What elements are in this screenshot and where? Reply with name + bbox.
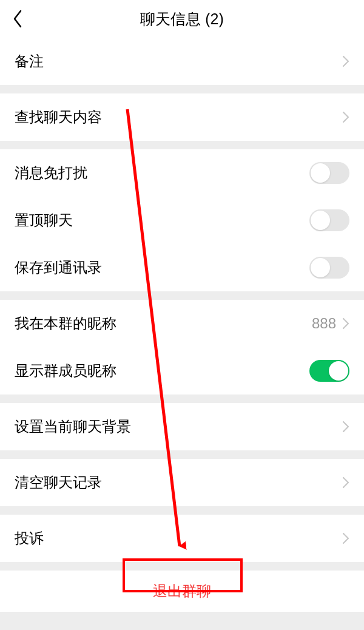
toggle-mute[interactable] <box>309 162 349 184</box>
row-complaint[interactable]: 投诉 <box>0 515 364 562</box>
toggle-knob <box>311 258 330 277</box>
toggle-knob <box>311 211 330 230</box>
chevron-right-icon <box>342 532 349 544</box>
row-remark[interactable]: 备注 <box>0 38 364 85</box>
row-label: 备注 <box>15 52 44 71</box>
row-label: 查找聊天内容 <box>15 107 102 127</box>
back-icon[interactable] <box>12 10 23 28</box>
row-quit-group[interactable]: 退出群聊 <box>0 571 364 612</box>
row-label: 保存到通讯录 <box>15 258 102 277</box>
row-label: 消息免打扰 <box>15 163 87 183</box>
quit-label: 退出群聊 <box>153 581 211 601</box>
row-label: 设置当前聊天背景 <box>15 417 131 436</box>
toggle-show-member-nick[interactable] <box>309 360 349 382</box>
toggle-save-contacts[interactable] <box>309 257 349 279</box>
page-title: 聊天信息 (2) <box>140 9 224 29</box>
toggle-knob <box>329 361 348 381</box>
chevron-right-icon <box>342 317 349 330</box>
row-show-member-nick: 显示群成员昵称 <box>0 347 364 395</box>
row-pin: 置顶聊天 <box>0 197 364 244</box>
row-value: 888 <box>312 315 336 332</box>
row-mute: 消息免打扰 <box>0 149 364 197</box>
row-label: 我在本群的昵称 <box>15 314 116 333</box>
chevron-right-icon <box>342 476 349 489</box>
chevron-right-icon <box>342 111 349 123</box>
toggle-pin[interactable] <box>309 209 349 231</box>
chevron-right-icon <box>342 421 349 433</box>
row-save-contacts: 保存到通讯录 <box>0 244 364 291</box>
row-chat-background[interactable]: 设置当前聊天背景 <box>0 403 364 450</box>
row-clear-history[interactable]: 清空聊天记录 <box>0 459 364 506</box>
row-my-nickname[interactable]: 我在本群的昵称 888 <box>0 300 364 347</box>
row-label: 投诉 <box>15 529 44 548</box>
row-label: 显示群成员昵称 <box>15 361 116 381</box>
toggle-knob <box>311 163 330 183</box>
row-label: 置顶聊天 <box>15 211 73 230</box>
row-label: 清空聊天记录 <box>15 473 102 492</box>
chevron-right-icon <box>342 55 349 67</box>
header: 聊天信息 (2) <box>0 0 364 38</box>
row-search-chat[interactable]: 查找聊天内容 <box>0 93 364 141</box>
